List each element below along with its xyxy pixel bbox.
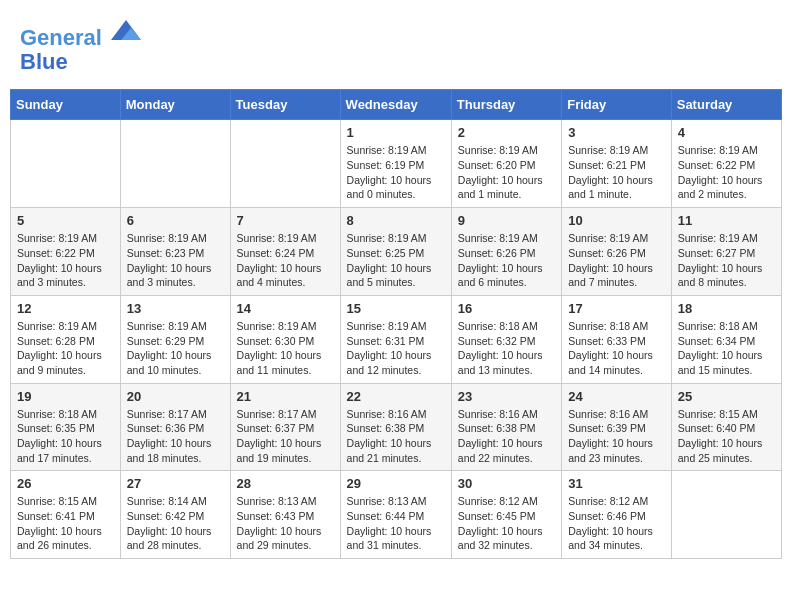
calendar-week-row: 19Sunrise: 8:18 AM Sunset: 6:35 PM Dayli…: [11, 383, 782, 471]
calendar-cell: 24Sunrise: 8:16 AM Sunset: 6:39 PM Dayli…: [562, 383, 671, 471]
calendar-week-row: 26Sunrise: 8:15 AM Sunset: 6:41 PM Dayli…: [11, 471, 782, 559]
calendar-cell: 4Sunrise: 8:19 AM Sunset: 6:22 PM Daylig…: [671, 120, 781, 208]
calendar-cell: 23Sunrise: 8:16 AM Sunset: 6:38 PM Dayli…: [451, 383, 561, 471]
calendar-cell: [120, 120, 230, 208]
day-number: 22: [347, 389, 445, 404]
day-content: Sunrise: 8:19 AM Sunset: 6:26 PM Dayligh…: [458, 231, 555, 290]
day-number: 29: [347, 476, 445, 491]
calendar-cell: 18Sunrise: 8:18 AM Sunset: 6:34 PM Dayli…: [671, 295, 781, 383]
day-content: Sunrise: 8:18 AM Sunset: 6:32 PM Dayligh…: [458, 319, 555, 378]
day-content: Sunrise: 8:19 AM Sunset: 6:24 PM Dayligh…: [237, 231, 334, 290]
calendar-cell: 8Sunrise: 8:19 AM Sunset: 6:25 PM Daylig…: [340, 208, 451, 296]
calendar-cell: 1Sunrise: 8:19 AM Sunset: 6:19 PM Daylig…: [340, 120, 451, 208]
day-number: 31: [568, 476, 664, 491]
calendar-week-row: 5Sunrise: 8:19 AM Sunset: 6:22 PM Daylig…: [11, 208, 782, 296]
day-number: 2: [458, 125, 555, 140]
day-content: Sunrise: 8:13 AM Sunset: 6:43 PM Dayligh…: [237, 494, 334, 553]
calendar-cell: 13Sunrise: 8:19 AM Sunset: 6:29 PM Dayli…: [120, 295, 230, 383]
day-content: Sunrise: 8:15 AM Sunset: 6:41 PM Dayligh…: [17, 494, 114, 553]
column-header-sunday: Sunday: [11, 90, 121, 120]
calendar-cell: 12Sunrise: 8:19 AM Sunset: 6:28 PM Dayli…: [11, 295, 121, 383]
calendar-cell: 5Sunrise: 8:19 AM Sunset: 6:22 PM Daylig…: [11, 208, 121, 296]
day-number: 20: [127, 389, 224, 404]
day-number: 7: [237, 213, 334, 228]
day-content: Sunrise: 8:16 AM Sunset: 6:38 PM Dayligh…: [347, 407, 445, 466]
day-number: 10: [568, 213, 664, 228]
day-number: 3: [568, 125, 664, 140]
day-number: 14: [237, 301, 334, 316]
day-content: Sunrise: 8:19 AM Sunset: 6:29 PM Dayligh…: [127, 319, 224, 378]
calendar-table: SundayMondayTuesdayWednesdayThursdayFrid…: [10, 89, 782, 559]
calendar-week-row: 1Sunrise: 8:19 AM Sunset: 6:19 PM Daylig…: [11, 120, 782, 208]
calendar-cell: 10Sunrise: 8:19 AM Sunset: 6:26 PM Dayli…: [562, 208, 671, 296]
day-content: Sunrise: 8:19 AM Sunset: 6:27 PM Dayligh…: [678, 231, 775, 290]
day-number: 6: [127, 213, 224, 228]
day-content: Sunrise: 8:13 AM Sunset: 6:44 PM Dayligh…: [347, 494, 445, 553]
day-content: Sunrise: 8:17 AM Sunset: 6:37 PM Dayligh…: [237, 407, 334, 466]
day-number: 4: [678, 125, 775, 140]
calendar-cell: [671, 471, 781, 559]
calendar-cell: 20Sunrise: 8:17 AM Sunset: 6:36 PM Dayli…: [120, 383, 230, 471]
day-content: Sunrise: 8:19 AM Sunset: 6:25 PM Dayligh…: [347, 231, 445, 290]
day-number: 17: [568, 301, 664, 316]
day-content: Sunrise: 8:12 AM Sunset: 6:46 PM Dayligh…: [568, 494, 664, 553]
logo-icon: [111, 15, 141, 45]
day-content: Sunrise: 8:19 AM Sunset: 6:22 PM Dayligh…: [678, 143, 775, 202]
calendar-cell: 14Sunrise: 8:19 AM Sunset: 6:30 PM Dayli…: [230, 295, 340, 383]
logo: General Blue: [20, 15, 141, 74]
day-number: 23: [458, 389, 555, 404]
day-number: 13: [127, 301, 224, 316]
day-number: 18: [678, 301, 775, 316]
calendar-header-row: SundayMondayTuesdayWednesdayThursdayFrid…: [11, 90, 782, 120]
day-content: Sunrise: 8:19 AM Sunset: 6:19 PM Dayligh…: [347, 143, 445, 202]
logo-general: General: [20, 25, 102, 50]
calendar-cell: [11, 120, 121, 208]
day-content: Sunrise: 8:16 AM Sunset: 6:38 PM Dayligh…: [458, 407, 555, 466]
calendar-cell: 31Sunrise: 8:12 AM Sunset: 6:46 PM Dayli…: [562, 471, 671, 559]
day-number: 12: [17, 301, 114, 316]
day-content: Sunrise: 8:12 AM Sunset: 6:45 PM Dayligh…: [458, 494, 555, 553]
calendar-cell: 11Sunrise: 8:19 AM Sunset: 6:27 PM Dayli…: [671, 208, 781, 296]
calendar-cell: 25Sunrise: 8:15 AM Sunset: 6:40 PM Dayli…: [671, 383, 781, 471]
column-header-monday: Monday: [120, 90, 230, 120]
day-content: Sunrise: 8:14 AM Sunset: 6:42 PM Dayligh…: [127, 494, 224, 553]
day-number: 27: [127, 476, 224, 491]
day-number: 26: [17, 476, 114, 491]
calendar-week-row: 12Sunrise: 8:19 AM Sunset: 6:28 PM Dayli…: [11, 295, 782, 383]
calendar-cell: 15Sunrise: 8:19 AM Sunset: 6:31 PM Dayli…: [340, 295, 451, 383]
day-number: 15: [347, 301, 445, 316]
calendar-cell: 17Sunrise: 8:18 AM Sunset: 6:33 PM Dayli…: [562, 295, 671, 383]
day-number: 8: [347, 213, 445, 228]
day-content: Sunrise: 8:19 AM Sunset: 6:31 PM Dayligh…: [347, 319, 445, 378]
day-number: 30: [458, 476, 555, 491]
column-header-friday: Friday: [562, 90, 671, 120]
calendar-cell: 7Sunrise: 8:19 AM Sunset: 6:24 PM Daylig…: [230, 208, 340, 296]
day-content: Sunrise: 8:18 AM Sunset: 6:34 PM Dayligh…: [678, 319, 775, 378]
day-content: Sunrise: 8:19 AM Sunset: 6:26 PM Dayligh…: [568, 231, 664, 290]
day-content: Sunrise: 8:18 AM Sunset: 6:33 PM Dayligh…: [568, 319, 664, 378]
day-content: Sunrise: 8:19 AM Sunset: 6:21 PM Dayligh…: [568, 143, 664, 202]
day-number: 1: [347, 125, 445, 140]
day-content: Sunrise: 8:15 AM Sunset: 6:40 PM Dayligh…: [678, 407, 775, 466]
day-number: 19: [17, 389, 114, 404]
calendar-cell: 6Sunrise: 8:19 AM Sunset: 6:23 PM Daylig…: [120, 208, 230, 296]
calendar-cell: 21Sunrise: 8:17 AM Sunset: 6:37 PM Dayli…: [230, 383, 340, 471]
column-header-tuesday: Tuesday: [230, 90, 340, 120]
page-header: General Blue: [10, 10, 782, 79]
day-content: Sunrise: 8:19 AM Sunset: 6:23 PM Dayligh…: [127, 231, 224, 290]
calendar-cell: 28Sunrise: 8:13 AM Sunset: 6:43 PM Dayli…: [230, 471, 340, 559]
calendar-cell: [230, 120, 340, 208]
calendar-cell: 9Sunrise: 8:19 AM Sunset: 6:26 PM Daylig…: [451, 208, 561, 296]
column-header-thursday: Thursday: [451, 90, 561, 120]
day-number: 9: [458, 213, 555, 228]
calendar-cell: 30Sunrise: 8:12 AM Sunset: 6:45 PM Dayli…: [451, 471, 561, 559]
day-number: 25: [678, 389, 775, 404]
calendar-cell: 16Sunrise: 8:18 AM Sunset: 6:32 PM Dayli…: [451, 295, 561, 383]
logo-blue: Blue: [20, 49, 68, 74]
calendar-cell: 19Sunrise: 8:18 AM Sunset: 6:35 PM Dayli…: [11, 383, 121, 471]
day-content: Sunrise: 8:19 AM Sunset: 6:28 PM Dayligh…: [17, 319, 114, 378]
day-number: 11: [678, 213, 775, 228]
day-number: 28: [237, 476, 334, 491]
day-content: Sunrise: 8:19 AM Sunset: 6:20 PM Dayligh…: [458, 143, 555, 202]
day-content: Sunrise: 8:19 AM Sunset: 6:22 PM Dayligh…: [17, 231, 114, 290]
